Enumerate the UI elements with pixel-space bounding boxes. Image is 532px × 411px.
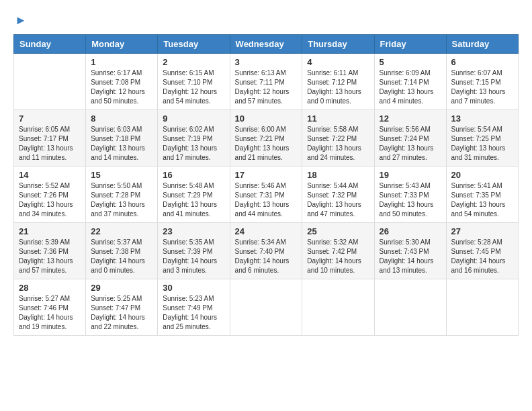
- calendar-week-row: 21Sunrise: 5:39 AM Sunset: 7:36 PM Dayli…: [14, 223, 519, 279]
- day-info: Sunrise: 6:11 AM Sunset: 7:12 PM Dayligh…: [307, 68, 369, 106]
- calendar-cell: 28Sunrise: 5:27 AM Sunset: 7:46 PM Dayli…: [14, 279, 86, 336]
- day-info: Sunrise: 5:46 AM Sunset: 7:31 PM Dayligh…: [235, 181, 298, 219]
- calendar-cell: 7Sunrise: 6:05 AM Sunset: 7:17 PM Daylig…: [14, 110, 86, 167]
- day-number: 15: [91, 170, 152, 180]
- column-header-wednesday: Wednesday: [230, 35, 302, 54]
- logo: ►: [13, 13, 27, 28]
- column-header-thursday: Thursday: [302, 35, 374, 54]
- day-number: 17: [235, 170, 298, 180]
- calendar-cell: 25Sunrise: 5:32 AM Sunset: 7:42 PM Dayli…: [302, 223, 374, 279]
- day-info: Sunrise: 5:37 AM Sunset: 7:38 PM Dayligh…: [91, 238, 152, 275]
- calendar-cell: 4Sunrise: 6:11 AM Sunset: 7:12 PM Daylig…: [302, 54, 374, 110]
- calendar-cell: [446, 279, 518, 336]
- day-number: 30: [163, 283, 224, 293]
- column-header-monday: Monday: [86, 35, 158, 54]
- calendar-cell: 14Sunrise: 5:52 AM Sunset: 7:26 PM Dayli…: [14, 167, 86, 223]
- calendar-cell: [14, 54, 86, 110]
- calendar-week-row: 28Sunrise: 5:27 AM Sunset: 7:46 PM Dayli…: [14, 279, 519, 336]
- column-header-tuesday: Tuesday: [158, 35, 230, 54]
- logo-bird-icon: ►: [15, 13, 27, 28]
- day-number: 20: [451, 170, 513, 180]
- calendar-cell: 29Sunrise: 5:25 AM Sunset: 7:47 PM Dayli…: [86, 279, 158, 336]
- calendar-cell: 3Sunrise: 6:13 AM Sunset: 7:11 PM Daylig…: [230, 54, 302, 110]
- page-header: ►: [13, 13, 519, 28]
- day-info: Sunrise: 6:00 AM Sunset: 7:21 PM Dayligh…: [235, 125, 298, 163]
- calendar-cell: 11Sunrise: 5:58 AM Sunset: 7:22 PM Dayli…: [302, 110, 374, 167]
- calendar-cell: 13Sunrise: 5:54 AM Sunset: 7:25 PM Dayli…: [446, 110, 518, 167]
- day-info: Sunrise: 6:03 AM Sunset: 7:18 PM Dayligh…: [91, 125, 152, 163]
- day-info: Sunrise: 5:58 AM Sunset: 7:22 PM Dayligh…: [307, 125, 369, 163]
- day-info: Sunrise: 5:34 AM Sunset: 7:40 PM Dayligh…: [235, 238, 298, 275]
- day-number: 28: [19, 283, 81, 293]
- day-info: Sunrise: 6:13 AM Sunset: 7:11 PM Dayligh…: [235, 68, 298, 106]
- column-header-saturday: Saturday: [446, 35, 518, 54]
- calendar-cell: [302, 279, 374, 336]
- day-info: Sunrise: 5:32 AM Sunset: 7:42 PM Dayligh…: [307, 238, 369, 275]
- day-number: 18: [307, 170, 369, 180]
- calendar-cell: 30Sunrise: 5:23 AM Sunset: 7:49 PM Dayli…: [158, 279, 230, 336]
- calendar-cell: 27Sunrise: 5:28 AM Sunset: 7:45 PM Dayli…: [446, 223, 518, 279]
- calendar-cell: 1Sunrise: 6:17 AM Sunset: 7:08 PM Daylig…: [86, 54, 158, 110]
- day-number: 12: [380, 113, 441, 124]
- day-number: 3: [235, 57, 298, 67]
- day-number: 25: [307, 226, 369, 236]
- calendar-cell: 22Sunrise: 5:37 AM Sunset: 7:38 PM Dayli…: [86, 223, 158, 279]
- day-number: 7: [19, 113, 81, 124]
- day-number: 26: [380, 226, 441, 236]
- day-number: 29: [91, 283, 152, 293]
- calendar-cell: 12Sunrise: 5:56 AM Sunset: 7:24 PM Dayli…: [374, 110, 446, 167]
- calendar-cell: [374, 279, 446, 336]
- day-number: 19: [380, 170, 441, 180]
- day-info: Sunrise: 5:23 AM Sunset: 7:49 PM Dayligh…: [163, 294, 224, 332]
- calendar-cell: 16Sunrise: 5:48 AM Sunset: 7:29 PM Dayli…: [158, 167, 230, 223]
- calendar-cell: 9Sunrise: 6:02 AM Sunset: 7:19 PM Daylig…: [158, 110, 230, 167]
- day-number: 24: [235, 226, 298, 236]
- day-number: 22: [91, 226, 152, 236]
- day-info: Sunrise: 6:02 AM Sunset: 7:19 PM Dayligh…: [163, 125, 224, 163]
- calendar-cell: 8Sunrise: 6:03 AM Sunset: 7:18 PM Daylig…: [86, 110, 158, 167]
- day-info: Sunrise: 5:52 AM Sunset: 7:26 PM Dayligh…: [19, 181, 81, 219]
- day-info: Sunrise: 5:41 AM Sunset: 7:35 PM Dayligh…: [451, 181, 513, 219]
- calendar-cell: 15Sunrise: 5:50 AM Sunset: 7:28 PM Dayli…: [86, 167, 158, 223]
- day-number: 8: [91, 113, 152, 124]
- day-number: 2: [163, 57, 224, 67]
- calendar-cell: 26Sunrise: 5:30 AM Sunset: 7:43 PM Dayli…: [374, 223, 446, 279]
- day-number: 21: [19, 226, 81, 236]
- calendar-cell: 2Sunrise: 6:15 AM Sunset: 7:10 PM Daylig…: [158, 54, 230, 110]
- day-number: 13: [451, 113, 513, 124]
- day-number: 23: [163, 226, 224, 236]
- day-info: Sunrise: 5:30 AM Sunset: 7:43 PM Dayligh…: [380, 238, 441, 275]
- calendar-cell: 10Sunrise: 6:00 AM Sunset: 7:21 PM Dayli…: [230, 110, 302, 167]
- column-header-sunday: Sunday: [14, 35, 86, 54]
- calendar-cell: [230, 279, 302, 336]
- day-number: 16: [163, 170, 224, 180]
- calendar-cell: 23Sunrise: 5:35 AM Sunset: 7:39 PM Dayli…: [158, 223, 230, 279]
- calendar-table: SundayMondayTuesdayWednesdayThursdayFrid…: [13, 34, 519, 336]
- day-number: 14: [19, 170, 81, 180]
- calendar-cell: 6Sunrise: 6:07 AM Sunset: 7:15 PM Daylig…: [446, 54, 518, 110]
- day-info: Sunrise: 5:28 AM Sunset: 7:45 PM Dayligh…: [451, 238, 513, 275]
- calendar-cell: 21Sunrise: 5:39 AM Sunset: 7:36 PM Dayli…: [14, 223, 86, 279]
- day-info: Sunrise: 6:09 AM Sunset: 7:14 PM Dayligh…: [380, 68, 441, 106]
- day-number: 9: [163, 113, 224, 124]
- calendar-cell: 19Sunrise: 5:43 AM Sunset: 7:33 PM Dayli…: [374, 167, 446, 223]
- day-info: Sunrise: 6:17 AM Sunset: 7:08 PM Dayligh…: [91, 68, 152, 106]
- day-info: Sunrise: 5:44 AM Sunset: 7:32 PM Dayligh…: [307, 181, 369, 219]
- day-info: Sunrise: 5:48 AM Sunset: 7:29 PM Dayligh…: [163, 181, 224, 219]
- day-info: Sunrise: 5:54 AM Sunset: 7:25 PM Dayligh…: [451, 125, 513, 163]
- day-number: 1: [91, 57, 152, 67]
- day-number: 4: [307, 57, 369, 67]
- day-number: 5: [380, 57, 441, 67]
- day-info: Sunrise: 5:56 AM Sunset: 7:24 PM Dayligh…: [380, 125, 441, 163]
- calendar-cell: 18Sunrise: 5:44 AM Sunset: 7:32 PM Dayli…: [302, 167, 374, 223]
- calendar-week-row: 1Sunrise: 6:17 AM Sunset: 7:08 PM Daylig…: [14, 54, 519, 110]
- calendar-header-row: SundayMondayTuesdayWednesdayThursdayFrid…: [14, 35, 519, 54]
- day-number: 10: [235, 113, 298, 124]
- day-info: Sunrise: 5:27 AM Sunset: 7:46 PM Dayligh…: [19, 294, 81, 332]
- column-header-friday: Friday: [374, 35, 446, 54]
- day-info: Sunrise: 6:07 AM Sunset: 7:15 PM Dayligh…: [451, 68, 513, 106]
- day-number: 6: [451, 57, 513, 67]
- calendar-week-row: 7Sunrise: 6:05 AM Sunset: 7:17 PM Daylig…: [14, 110, 519, 167]
- calendar-week-row: 14Sunrise: 5:52 AM Sunset: 7:26 PM Dayli…: [14, 167, 519, 223]
- day-info: Sunrise: 5:39 AM Sunset: 7:36 PM Dayligh…: [19, 238, 81, 275]
